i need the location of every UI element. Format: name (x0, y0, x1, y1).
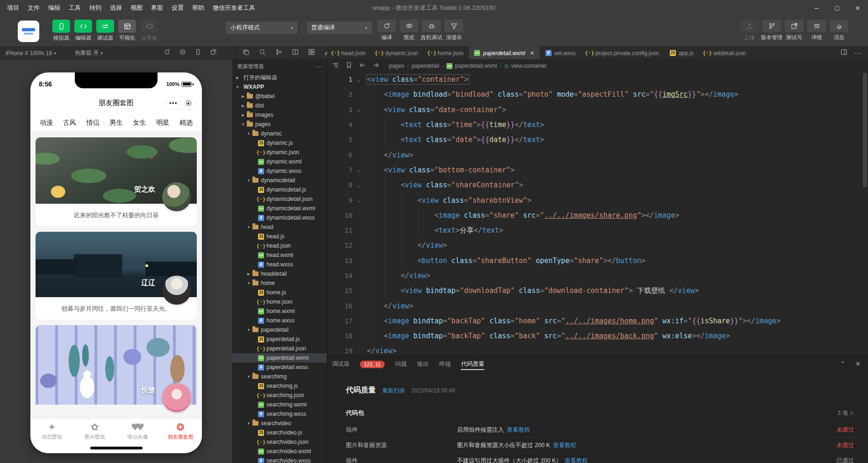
code-line-18[interactable]: 18 <image bindtap="backTap" class="back"… (327, 328, 868, 343)
wallpaper-card[interactable]: 辽辽 朝暮与岁月同往，愿我们一同行至天光。 (36, 232, 197, 320)
panel-collapse-icon[interactable]: ⌃ (840, 360, 845, 367)
code-line-19[interactable]: 19 </view> (327, 343, 868, 356)
code-line-3[interactable]: 3 ⌄ <view class="date-container"> (327, 102, 868, 117)
tree-item-head.json[interactable]: {·}head.json (232, 241, 327, 250)
maximize-button[interactable]: ▢ (827, 0, 847, 16)
menu-item[interactable]: 转到 (85, 0, 106, 16)
more-actions-icon[interactable]: ⋯ (854, 49, 861, 57)
tab-paperdetail.wxml[interactable]: <>paperdetail.wxml✕ (469, 47, 540, 59)
tree-item-dynamicdetail[interactable]: ▼dynamicdetail (232, 176, 327, 185)
tree-item-paperdetail[interactable]: ▼paperdetail (232, 325, 327, 335)
menu-item[interactable]: 文件 (23, 0, 44, 16)
category-tab-动漫[interactable]: 动漫 (40, 119, 53, 127)
more-menu-icon[interactable]: ●●● (166, 101, 181, 105)
sim-tab-动态壁纸[interactable]: ✦ 动态壁纸 (30, 419, 73, 453)
menu-item[interactable]: 帮助 (188, 0, 208, 16)
close-tab-icon[interactable]: ✕ (530, 50, 535, 57)
测试号-button[interactable]: 测试号 (784, 20, 804, 41)
tree-item-打开的编辑器[interactable]: ▶打开的编辑器 (232, 73, 327, 82)
fold-chevron-icon[interactable]: ⌄ (355, 182, 367, 188)
panel-tab-代码质量[interactable]: 代码质量 (461, 356, 484, 372)
category-tab-女生[interactable]: 女生 (133, 119, 146, 127)
tree-item-home.wxss[interactable]: #home.wxss (232, 316, 327, 325)
tree-item-head[interactable]: ▼head (232, 222, 327, 232)
tree-item-home.wxml[interactable]: <>home.wxml (232, 306, 327, 316)
tree-item-images[interactable]: ▶images (232, 110, 327, 120)
可视化-button[interactable]: 可视化 (118, 20, 136, 42)
tree-item-searchimg[interactable]: ▼searchimg (232, 372, 327, 381)
tree-item-dynamic[interactable]: ▼dynamic (232, 129, 327, 138)
code-line-6[interactable]: 6 </view> (327, 147, 868, 162)
tree-item-dynamic.js[interactable]: JSdynamic.js (232, 138, 327, 148)
menu-item[interactable]: 视图 (126, 0, 147, 16)
problem-count-badge[interactable]: 122, 11 (360, 361, 385, 368)
tree-item-searchimg.js[interactable]: JSsearchimg.js (232, 381, 327, 391)
fold-chevron-icon[interactable]: ⌄ (355, 167, 367, 173)
hot-reload-toggle[interactable]: 热重载 开▾ (75, 47, 103, 59)
tree-item-dynamic.wxml[interactable]: <>dynamic.wxml (232, 157, 327, 166)
avatar[interactable] (162, 276, 191, 305)
tree-item-head.js[interactable]: JShead.js (232, 232, 327, 241)
fold-chevron-icon[interactable]: ⌄ (355, 107, 367, 113)
tree-item-dynamicdetail.js[interactable]: JSdynamicdetail.js (232, 185, 327, 194)
详情-button[interactable]: 详情 (807, 20, 826, 41)
menu-item[interactable]: 微信开发者工具 (208, 0, 259, 16)
tree-item-dist[interactable]: ▶dist (232, 101, 327, 110)
code-line-1[interactable]: 1 ⌄ <view class="container"> (327, 72, 868, 87)
tree-item-paperdetail.wxss[interactable]: #paperdetail.wxss (232, 363, 327, 372)
tab-set.wxss[interactable]: #set.wxss (540, 47, 581, 59)
copy-icon[interactable] (243, 49, 250, 57)
git-icon[interactable] (275, 49, 282, 57)
tree-item-searchimg.wxml[interactable]: <>searchimg.wxml (232, 400, 327, 409)
tree-item-paperdetail.json[interactable]: {·}paperdetail.json (232, 344, 327, 353)
版本管理-button[interactable]: 版本管理 (762, 20, 782, 41)
tree-item-dynamicdetail.wxss[interactable]: #dynamicdetail.wxss (232, 213, 327, 222)
split-icon[interactable] (292, 49, 299, 57)
tree-item-WXAPP[interactable]: ▼WXAPP (232, 82, 327, 92)
code-line-8[interactable]: 8 ⌄ <view class="shareContainer"> (327, 178, 868, 192)
真机调试-button[interactable]: 真机调试 (422, 20, 441, 41)
breadcrumb-paperdetail.wxml[interactable]: <> paperdetail.wxml (446, 63, 497, 69)
tab-project.private.config.json[interactable]: {·}project.private.config.json (581, 47, 665, 59)
消息-button[interactable]: 消息 (829, 20, 849, 41)
tab-app.js[interactable]: JSapp.js (665, 47, 699, 59)
sim-tab-朋友圈套图[interactable]: ❂ 朋友圈套图 (159, 419, 202, 453)
fold-chevron-icon[interactable]: ⌄ (355, 77, 367, 83)
tree-item-dynamicdetail.json[interactable]: {·}dynamicdetail.json (232, 194, 327, 204)
code-line-16[interactable]: 16 </view> (327, 298, 868, 313)
tree-item-searchvideo.js[interactable]: JSsearchvideo.js (232, 428, 327, 437)
panel-tab-终端[interactable]: 终端 (439, 356, 451, 372)
menu-item[interactable]: 项目 (3, 0, 23, 16)
tree-item-searchvideo.wxml[interactable]: <>searchvideo.wxml (232, 447, 327, 456)
menu-item[interactable]: 工具 (65, 0, 85, 16)
record-icon[interactable] (179, 49, 186, 57)
tree-item-paperdetail.wxml[interactable]: <>paperdetail.wxml (232, 353, 327, 363)
tree-item-searchvideo[interactable]: ▼searchvideo (232, 419, 327, 428)
section-count[interactable]: 3 项 ∧ (838, 409, 854, 417)
清缓存-button[interactable]: 清缓存 (444, 20, 464, 41)
code-line-13[interactable]: 13 <button class="shareButton" openType=… (327, 253, 868, 268)
tab-setdetail.json[interactable]: {·}setdetail.json (699, 47, 752, 59)
code-line-10[interactable]: 10 <image class="share" src="../../image… (327, 208, 868, 223)
compile-select[interactable]: 普通编译 ▾ (307, 21, 372, 34)
tree-item-head.wxss[interactable]: #head.wxss (232, 260, 327, 269)
tab-dynamic.json[interactable]: {·}dynamic.json (371, 47, 423, 59)
code-line-5[interactable]: 5 <text class="date">{{date}}</text> (327, 132, 868, 147)
rescan-link[interactable]: 重新扫描 (382, 387, 405, 395)
menu-item[interactable]: 选择 (106, 0, 126, 16)
tree-item-headdetail[interactable]: ▶headdetail (232, 269, 327, 278)
mode-select[interactable]: 小程序模式 ▾ (226, 21, 298, 34)
search-icon[interactable] (259, 49, 266, 57)
arrowL-icon[interactable] (359, 62, 366, 70)
tab-home.json[interactable]: {·}home.json (423, 47, 469, 59)
云开发-button[interactable]: 云开发 (140, 20, 158, 42)
category-tab-明星[interactable]: 明星 (156, 119, 169, 127)
panel-tab-输出[interactable]: 输出 (417, 356, 429, 372)
tutorial-link[interactable]: 查看教程 (507, 427, 530, 433)
tree-item-dynamic.wxss[interactable]: #dynamic.wxss (232, 166, 327, 176)
tree-item-home.js[interactable]: JShome.js (232, 288, 327, 297)
编辑器-button[interactable]: 编辑器 (74, 20, 92, 42)
category-tab-情侣[interactable]: 情侣 (86, 119, 100, 127)
exit-target-icon[interactable] (181, 100, 196, 106)
tree-item-searchvideo.wxss[interactable]: #searchvideo.wxss (232, 456, 327, 463)
